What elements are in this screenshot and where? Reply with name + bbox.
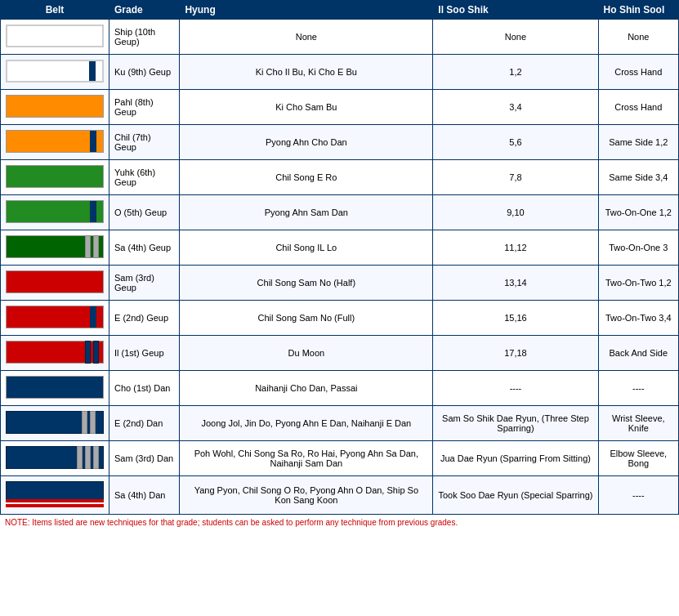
belt-header: Belt xyxy=(1,1,109,20)
belt-cell xyxy=(1,301,109,336)
hyung-cell: Ki Cho Il Bu, Ki Cho E Bu xyxy=(180,55,433,90)
table-row: Sam (3rd) DanPoh Wohl, Chi Song Sa Ro, R… xyxy=(1,441,679,476)
belt-cell xyxy=(1,371,109,406)
belt-cell xyxy=(1,336,109,371)
ho-shin-sool-cell: Wrist Sleeve, Knife xyxy=(598,406,678,441)
table-row: E (2nd) DanJoong Jol, Jin Do, Pyong Ahn … xyxy=(1,406,679,441)
ho-shin-sool-cell: Cross Hand xyxy=(598,90,678,125)
hyung-cell: Poh Wohl, Chi Song Sa Ro, Ro Hai, Pyong … xyxy=(180,441,433,476)
il-soo-shik-cell: 7,8 xyxy=(433,160,598,195)
belt-cell xyxy=(1,160,109,195)
hyung-cell: Chil Song IL Lo xyxy=(180,230,433,266)
grade-cell: Ku (9th) Geup xyxy=(109,55,180,90)
grade-cell: E (2nd) Dan xyxy=(109,406,180,441)
curriculum-table: Belt Grade Hyung Il Soo Shik Ho Shin Soo… xyxy=(0,0,679,515)
belt-cell xyxy=(1,266,109,301)
page: Belt Grade Hyung Il Soo Shik Ho Shin Soo… xyxy=(0,0,679,530)
grade-cell: Pahl (8th) Geup xyxy=(109,90,180,125)
ho-shin-sool-cell: Elbow Sleeve, Bong xyxy=(598,441,678,476)
hyung-cell: Ki Cho Sam Bu xyxy=(180,90,433,125)
hyung-cell: Chil Song Sam No (Full) xyxy=(180,301,433,336)
grade-cell: Sam (3rd) Dan xyxy=(109,441,180,476)
belt-cell xyxy=(1,90,109,125)
grade-cell: Yuhk (6th) Geup xyxy=(109,160,180,195)
hyung-cell: Naihanji Cho Dan, Passai xyxy=(180,371,433,406)
table-row: Ship (10th Geup)NoneNoneNone xyxy=(1,20,679,55)
ho-shin-sool-cell: Two-On-One 1,2 xyxy=(598,195,678,230)
grade-cell: Il (1st) Geup xyxy=(109,336,180,371)
table-row: Ku (9th) GeupKi Cho Il Bu, Ki Cho E Bu1,… xyxy=(1,55,679,90)
il-soo-shik-cell: Jua Dae Ryun (Sparring From Sitting) xyxy=(433,441,598,476)
il-soo-shik-cell: ---- xyxy=(433,371,598,406)
ho-shin-sool-cell: Two-On-Two 1,2 xyxy=(598,266,678,301)
grade-cell: O (5th) Geup xyxy=(109,195,180,230)
ho-shin-sool-cell: None xyxy=(598,20,678,55)
table-row: Sa (4th) DanYang Pyon, Chil Song O Ro, P… xyxy=(1,476,679,515)
grade-cell: Chil (7th) Geup xyxy=(109,125,180,160)
table-row: Sa (4th) GeupChil Song IL Lo11,12Two-On-… xyxy=(1,230,679,266)
grade-header: Grade xyxy=(109,1,180,20)
il-soo-shik-cell: None xyxy=(433,20,598,55)
belt-cell xyxy=(1,406,109,441)
grade-cell: Sa (4th) Dan xyxy=(109,476,180,515)
table-row: O (5th) GeupPyong Ahn Sam Dan9,10Two-On-… xyxy=(1,195,679,230)
hyung-cell: Chil Song E Ro xyxy=(180,160,433,195)
il-soo-shik-cell: 17,18 xyxy=(433,336,598,371)
hyung-cell: Pyong Ahn Cho Dan xyxy=(180,125,433,160)
hyung-cell: Joong Jol, Jin Do, Pyong Ahn E Dan, Naih… xyxy=(180,406,433,441)
hyung-header: Hyung xyxy=(180,1,433,20)
hyung-cell: Pyong Ahn Sam Dan xyxy=(180,195,433,230)
hyung-cell: Chil Song Sam No (Half) xyxy=(180,266,433,301)
grade-cell: Cho (1st) Dan xyxy=(109,371,180,406)
il-soo-shik-cell: 1,2 xyxy=(433,55,598,90)
grade-cell: Sa (4th) Geup xyxy=(109,230,180,266)
il-soo-shik-header: Il Soo Shik xyxy=(433,1,598,20)
hyung-cell: Du Moon xyxy=(180,336,433,371)
table-row: Cho (1st) DanNaihanji Cho Dan, Passai---… xyxy=(1,371,679,406)
ho-shin-sool-cell: ---- xyxy=(598,371,678,406)
il-soo-shik-cell: 11,12 xyxy=(433,230,598,266)
grade-cell: Ship (10th Geup) xyxy=(109,20,180,55)
ho-shin-sool-cell: Cross Hand xyxy=(598,55,678,90)
ho-shin-sool-cell: Two-On-Two 3,4 xyxy=(598,301,678,336)
il-soo-shik-cell: Sam So Shik Dae Ryun, (Three Step Sparri… xyxy=(433,406,598,441)
ho-shin-sool-header: Ho Shin Sool xyxy=(598,1,678,20)
belt-cell xyxy=(1,230,109,266)
table-row: Chil (7th) GeupPyong Ahn Cho Dan5,6Same … xyxy=(1,125,679,160)
hyung-cell: Yang Pyon, Chil Song O Ro, Pyong Ahn O D… xyxy=(180,476,433,515)
ho-shin-sool-cell: Two-On-One 3 xyxy=(598,230,678,266)
il-soo-shik-cell: 13,14 xyxy=(433,266,598,301)
belt-cell xyxy=(1,55,109,90)
belt-cell xyxy=(1,125,109,160)
ho-shin-sool-cell: Same Side 3,4 xyxy=(598,160,678,195)
ho-shin-sool-cell: Back And Side xyxy=(598,336,678,371)
il-soo-shik-cell: 5,6 xyxy=(433,125,598,160)
il-soo-shik-cell: 3,4 xyxy=(433,90,598,125)
table-row: Pahl (8th) GeupKi Cho Sam Bu3,4Cross Han… xyxy=(1,90,679,125)
ho-shin-sool-cell: Same Side 1,2 xyxy=(598,125,678,160)
grade-cell: Sam (3rd) Geup xyxy=(109,266,180,301)
hyung-cell: None xyxy=(180,20,433,55)
belt-cell xyxy=(1,476,109,515)
belt-cell xyxy=(1,441,109,476)
belt-cell xyxy=(1,195,109,230)
table-row: E (2nd) GeupChil Song Sam No (Full)15,16… xyxy=(1,301,679,336)
grade-cell: E (2nd) Geup xyxy=(109,301,180,336)
il-soo-shik-cell: 15,16 xyxy=(433,301,598,336)
note-text: NOTE: Items listed are new techniques fo… xyxy=(0,515,679,530)
belt-cell xyxy=(1,20,109,55)
table-row: Yuhk (6th) GeupChil Song E Ro7,8Same Sid… xyxy=(1,160,679,195)
ho-shin-sool-cell: ---- xyxy=(598,476,678,515)
table-row: Sam (3rd) GeupChil Song Sam No (Half)13,… xyxy=(1,266,679,301)
table-row: Il (1st) GeupDu Moon17,18Back And Side xyxy=(1,336,679,371)
il-soo-shik-cell: 9,10 xyxy=(433,195,598,230)
il-soo-shik-cell: Took Soo Dae Ryun (Special Sparring) xyxy=(433,476,598,515)
